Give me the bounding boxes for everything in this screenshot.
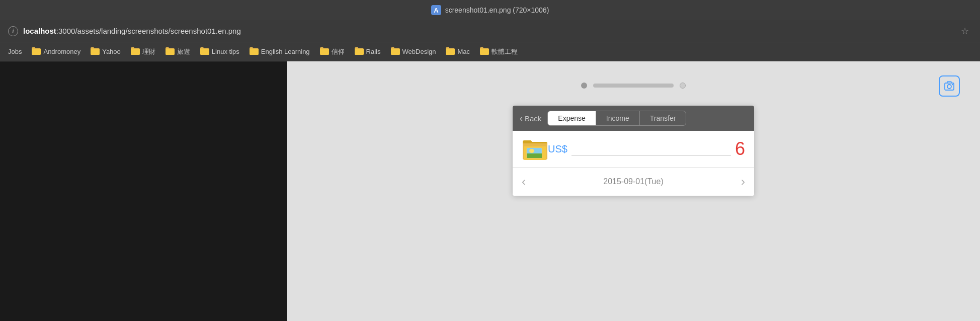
currency-label: US$ [548,143,567,155]
date-row: ‹ 2015-09-01(Tue) › [513,168,754,196]
address-host: localhost [23,27,56,35]
left-panel [0,61,287,321]
bookmark-label: Rails [366,48,381,55]
folder-icon [166,47,175,56]
address-display[interactable]: localhost:3000/assets/landing/screenshot… [23,27,241,35]
bookmark-mac[interactable]: Mac [442,45,474,58]
date-display: 2015-09-01(Tue) [603,177,663,186]
progress-indicator [581,83,686,89]
folder-icon [391,47,400,56]
back-button[interactable]: ‹ Back [520,113,541,124]
chevron-left-icon: ‹ [520,113,523,124]
tab-income[interactable]: Income [596,111,640,125]
progress-dot-filled [581,83,587,89]
category-icon [522,138,548,160]
right-panel: ‹ Back Expense Income Transfer [287,61,980,321]
bookmark-jobs[interactable]: Jobs [4,46,26,57]
tab-group: Expense Income Transfer [547,111,686,126]
bookmarks-bar: Jobs Andromoney Yahoo 理財 旅遊 Linux tips [0,42,980,61]
amount-value: 6 [735,138,745,159]
tab-transfer-label: Transfer [650,114,676,122]
title-bar: A screenshot01.en.png (720×1006) [0,0,980,20]
folder-icon [131,47,140,56]
bookmark-label: Jobs [8,48,22,55]
tab-expense-label: Expense [558,114,585,122]
bookmark-faith[interactable]: 信仰 [316,45,349,58]
bookmark-label: Andromoney [43,48,80,55]
bookmark-licai[interactable]: 理財 [127,45,159,58]
bookmark-label: Yahoo [102,48,121,55]
progress-dot-empty [680,83,686,89]
bookmark-label: Linux tips [212,48,239,55]
bookmark-label: WebDesign [402,48,436,55]
capture-screenshot-button[interactable] [939,75,960,97]
folder-icon [320,47,329,56]
bookmark-yahoo[interactable]: Yahoo [87,45,125,58]
folder-icon [355,47,364,56]
tab-expense[interactable]: Expense [548,111,596,125]
back-label: Back [525,114,541,123]
app-header: ‹ Back Expense Income Transfer [513,106,754,131]
bookmark-linux-tips[interactable]: Linux tips [196,45,243,58]
folder-icon [200,47,209,56]
bookmark-label: 信仰 [332,47,345,56]
bookmark-label: 旅遊 [177,47,190,56]
app-mockup: ‹ Back Expense Income Transfer [513,106,754,196]
bookmark-label: Mac [457,48,470,55]
amount-underline [571,142,731,156]
folder-icon [446,47,455,56]
svg-text:A: A [434,7,439,14]
bookmark-rails[interactable]: Rails [351,45,385,58]
folder-icon [250,47,259,56]
app-icon: A [431,5,441,15]
folder-icon [91,47,100,56]
folder-photo-icon [522,138,548,160]
main-content: ‹ Back Expense Income Transfer [0,61,980,321]
address-path: :3000/assets/landing/screenshots/screens… [56,27,241,35]
svg-rect-8 [527,153,542,158]
bookmark-label: English Learning [261,48,310,55]
bookmark-star-icon[interactable]: ☆ [961,26,972,37]
folder-icon [32,47,41,56]
tab-income-label: Income [606,114,629,122]
date-prev-button[interactable]: ‹ [522,175,526,189]
bookmark-label: 理財 [142,47,155,56]
bookmark-andromoney[interactable]: Andromoney [28,45,85,58]
address-bar: i localhost:3000/assets/landing/screensh… [0,20,980,42]
window-title: screenshot01.en.png (720×1006) [445,6,549,14]
svg-rect-4 [947,82,951,83]
capture-icon [944,81,955,92]
svg-point-5 [952,84,953,85]
bookmark-label: 軟體工程 [492,47,518,56]
amount-area: US$ 6 [548,138,745,159]
date-next-button[interactable]: › [741,175,745,189]
info-icon[interactable]: i [8,26,18,36]
bookmark-webdesign[interactable]: WebDesign [387,45,440,58]
bookmark-software-engineering[interactable]: 軟體工程 [476,45,522,58]
svg-point-3 [947,85,951,89]
bookmark-english-learning[interactable]: English Learning [246,45,314,58]
bookmark-travel[interactable]: 旅遊 [161,45,194,58]
progress-bar [593,84,674,88]
svg-point-9 [529,149,534,153]
folder-icon [480,47,489,56]
tab-transfer[interactable]: Transfer [640,111,686,125]
expense-row: US$ 6 [513,131,754,168]
